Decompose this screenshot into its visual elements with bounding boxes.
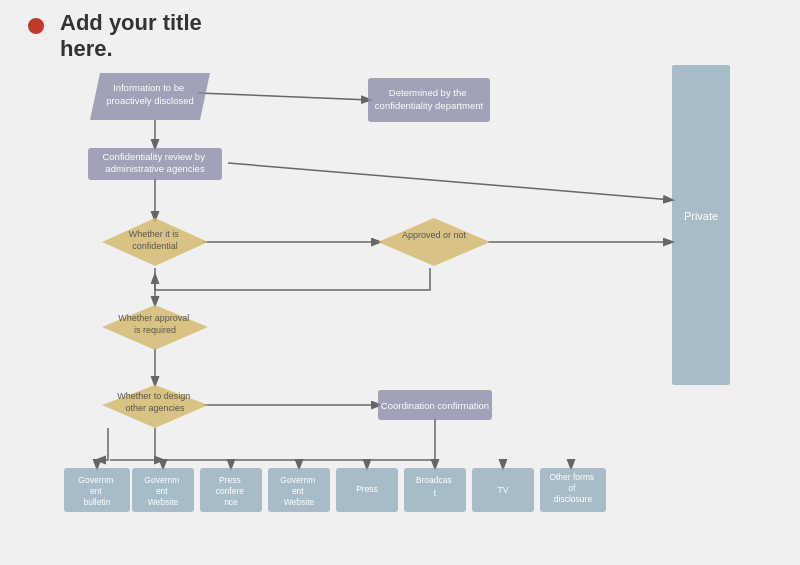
svg-text:Approved or not: Approved or not: [402, 230, 467, 240]
svg-text:TV: TV: [498, 485, 509, 495]
svg-text:Confidentiality review by
    : Confidentiality review by administrative…: [102, 151, 207, 174]
private-box: [672, 65, 730, 385]
approved-or-not-diamond: [378, 218, 490, 266]
svg-text:Press: Press: [356, 484, 378, 494]
svg-text:Coordination confirmation: Coordination confirmation: [381, 400, 489, 411]
svg-line-1: [198, 93, 370, 100]
svg-text:Private: Private: [684, 210, 718, 222]
canvas: Add your titlehere. Private: [0, 0, 800, 565]
svg-line-3: [228, 163, 672, 200]
flowchart-svg: Private: [0, 0, 800, 565]
